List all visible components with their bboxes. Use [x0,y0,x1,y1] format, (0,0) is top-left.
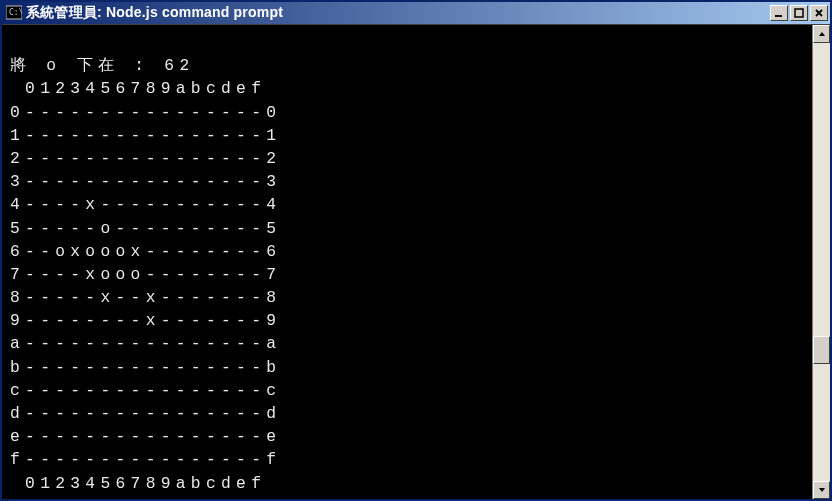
terminal-icon: C:\ [6,5,22,21]
console-line: 9--------x-------9 [10,309,804,332]
console-line: 將 o 下在 : 62 [10,54,804,77]
vertical-scrollbar[interactable] [812,25,830,499]
window-frame: C:\ 系統管理員: Node.js command prompt 將 o 下在… [0,0,832,501]
console-line: 3----------------3 [10,170,804,193]
minimize-button[interactable] [770,5,788,21]
close-button[interactable] [810,5,828,21]
console-line: 4----x-----------4 [10,193,804,216]
window-controls [770,5,828,21]
console-line: 0123456789abcdef [10,77,804,100]
scroll-up-button[interactable] [813,25,830,43]
console-line: c----------------c [10,379,804,402]
maximize-button[interactable] [790,5,808,21]
console-line: d----------------d [10,402,804,425]
console-line: a----------------a [10,332,804,355]
titlebar[interactable]: C:\ 系統管理員: Node.js command prompt [2,2,830,24]
console-output[interactable]: 將 o 下在 : 62 0123456789abcdef0-----------… [2,25,812,499]
console-line: 6--oxooox--------6 [10,240,804,263]
console-line: e----------------e [10,425,804,448]
console-line: 1----------------1 [10,124,804,147]
scroll-down-button[interactable] [813,481,830,499]
window-title: 系統管理員: Node.js command prompt [26,4,770,22]
console-line: f----------------f [10,448,804,471]
console-line: 0123456789abcdef [10,472,804,495]
client-area: 將 o 下在 : 62 0123456789abcdef0-----------… [2,24,830,499]
console-line: 0----------------0 [10,101,804,124]
svg-rect-2 [775,15,782,17]
console-line: b----------------b [10,356,804,379]
svg-text:C:\: C:\ [9,8,22,17]
console-line: 2----------------2 [10,147,804,170]
svg-rect-3 [795,9,803,17]
console-line: 5-----o----------5 [10,217,804,240]
console-line [10,31,804,54]
console-line: 8-----x--x-------8 [10,286,804,309]
scroll-track[interactable] [813,43,830,481]
console-line: 7----xooo--------7 [10,263,804,286]
scroll-thumb[interactable] [813,336,830,364]
